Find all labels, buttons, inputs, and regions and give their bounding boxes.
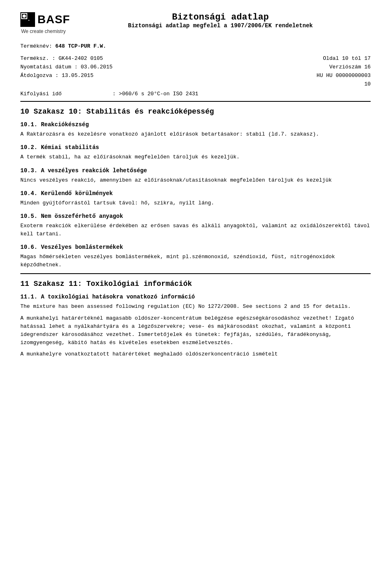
section-10-4-title: 10.4. Kerülendő körülmények [20, 190, 371, 197]
product-section: Terméknév: 648 TCP-PUR F.W. [20, 42, 371, 50]
section-10-header: 10 Szakasz 10: Stabilitás és reakcióképe… [20, 108, 371, 116]
meta-row-3: Átdolgozva : 13.05.2015 HU HU 0000000000… [20, 72, 371, 80]
flow-row: Kifolyási idő : >060/6 s 20°C-on ISO 243… [20, 91, 371, 97]
logo-box: · BASF [20, 12, 70, 27]
termeksz-value: : GK44-2402 0105 [52, 55, 103, 61]
section-10-2: 10.2. Kémiai stabilitás A termék stabil,… [20, 144, 371, 161]
kifolyas-label: Kifolyási idő [20, 91, 62, 97]
section-11-1-title: 11.1. A toxikológiai hatásokra vonatkozó… [20, 294, 371, 300]
logo-area: · BASF We create chemistry [20, 12, 70, 34]
svg-point-2 [23, 15, 26, 18]
section-10-1: 10.1. Reakciókészség A Raktározásra és k… [20, 121, 371, 138]
meta-right-3: HU HU 00000000003 [196, 72, 371, 80]
meta-block: Terméksz. : GK44-2402 0105 Oldal 10 tól … [20, 55, 371, 88]
section-10-3-text: Nincs veszélyes reakció, amennyiben az e… [20, 176, 371, 184]
product-row: Terméknév: 648 TCP-PUR F.W. [20, 42, 371, 50]
verzioszam-value: 16 [364, 64, 371, 70]
section-11-header: 11 Szakasz 11: Toxikológiai információk [20, 280, 371, 288]
kifolyas-value: : >060/6 s 20°C-on ISO 2431 [112, 91, 198, 97]
section-10-5: 10.5. Nem összeférhető anyagok Exoterm r… [20, 213, 371, 238]
subtitle: Biztonsági adatlap megfelel a 1907/2006/… [70, 22, 371, 29]
product-label: Terméknév: [20, 43, 52, 49]
section-10-6-title: 10.6. Veszélyes bomlástermékek [20, 244, 371, 250]
termeksz-label: Terméksz. [20, 55, 49, 61]
section-10-2-title: 10.2. Kémiai stabilitás [20, 144, 371, 151]
oldal-label: Oldal [323, 55, 339, 61]
nyomtatasi-label: Nyomtatási dátum [20, 64, 71, 70]
logo-name: BASF [37, 13, 70, 26]
hu-value: 00000000003 [336, 72, 371, 79]
meta-row-2: Nyomtatási dátum : 03.06.2015 Verziószám… [20, 63, 371, 72]
section-10-6: 10.6. Veszélyes bomlástermékek Magas hőm… [20, 244, 371, 269]
meta-right-2: Verziószám 16 [196, 63, 371, 72]
section-10-1-title: 10.1. Reakciókészség [20, 121, 371, 128]
header: · BASF We create chemistry Biztonsági ad… [20, 12, 371, 34]
divider-top [20, 101, 371, 102]
meta-row-4: 10 [20, 80, 371, 89]
section-10-5-text: Exoterm reakciók elkerülése érdekében az… [20, 222, 371, 238]
section-10-4-text: Minden gyújtóforrástól tartsuk távol: hő… [20, 199, 371, 207]
meta-left-3: Átdolgozva : 13.05.2015 [20, 72, 196, 80]
atdolgozva-label: Átdolgozva [20, 72, 52, 79]
section-11-1-text3: A munkahelyre vonatkoztatott határértéke… [20, 350, 371, 358]
meta-left-1: Terméksz. : GK44-2402 0105 [20, 55, 196, 63]
section-10: 10 Szakasz 10: Stabilitás és reakcióképe… [20, 108, 371, 269]
meta-left-2: Nyomtatási dátum : 03.06.2015 [20, 63, 196, 72]
product-name: 648 TCP-PUR F.W. [55, 43, 106, 49]
section-10-3-title: 10.3. A veszélyes reakciók lehetősége [20, 167, 371, 174]
meta-right-4: 10 [196, 80, 371, 89]
section-11-1-text2: A munkahelyi határértéknél magasabb oldó… [20, 314, 371, 347]
section-10-1-text: A Raktározásra és kezelésre vonatkozó aj… [20, 130, 371, 138]
section-10-5-title: 10.5. Nem összeférhető anyagok [20, 213, 371, 219]
section-11-1: 11.1. A toxikológiai hatásokra vonatkozó… [20, 294, 371, 358]
verzioszam-label: Verziószám [329, 64, 361, 70]
section-10-3: 10.3. A veszélyes reakciók lehetősége Ni… [20, 167, 371, 184]
oldal-value: 10 tól 17 [342, 55, 371, 61]
atdolgozva-value: : 13.05.2015 [55, 72, 94, 79]
main-title: Biztonsági adatlap [70, 12, 371, 22]
section-10-4: 10.4. Kerülendő körülmények Minden gyújt… [20, 190, 371, 207]
section-10-2-text: A termék stabil, ha az előírásoknak megf… [20, 153, 371, 161]
page-title-area: Biztonsági adatlap Biztonsági adatlap me… [70, 12, 371, 29]
logo-tagline: We create chemistry [21, 29, 66, 34]
nyomtatasi-value: : 03.06.2015 [75, 64, 113, 70]
page-container: · BASF We create chemistry Biztonsági ad… [0, 0, 391, 374]
hu-label: HU HU [316, 72, 332, 79]
meta-left-4 [20, 80, 196, 89]
section-11-1-text1: The mixture has been assessed following … [20, 303, 371, 311]
svg-text:·: · [28, 17, 30, 24]
page-num: 10 [364, 81, 371, 87]
section-11: 11 Szakasz 11: Toxikológiai információk … [20, 280, 371, 358]
meta-row-1: Terméksz. : GK44-2402 0105 Oldal 10 tól … [20, 55, 371, 63]
logo-symbol: · [20, 12, 35, 27]
meta-right-1: Oldal 10 tól 17 [196, 55, 371, 63]
section-10-6-text: Magas hőmérsékleten veszélyes bomlásterm… [20, 253, 371, 269]
divider-middle [20, 273, 371, 274]
